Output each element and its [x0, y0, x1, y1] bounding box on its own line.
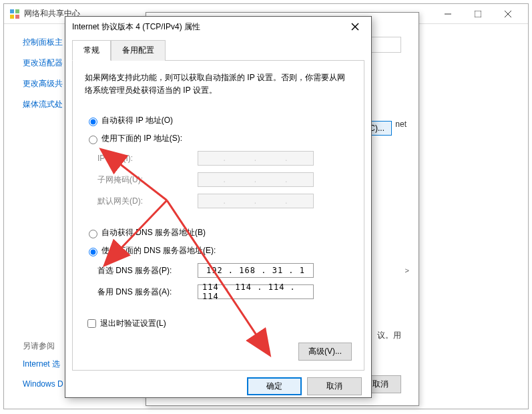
- seealso-label: 另请参阅: [23, 341, 63, 352]
- svg-rect-2: [10, 15, 14, 19]
- radio-ip-manual[interactable]: [89, 136, 97, 144]
- radio-dns-auto-row[interactable]: 自动获得 DNS 服务器地址(B): [85, 227, 351, 238]
- fg-body: 常规 备用配置 如果网络支持此功能，则可以获取自动指派的 IP 设置。否则，你需…: [65, 37, 371, 402]
- dns-group: 自动获得 DNS 服务器地址(B) 使用下面的 DNS 服务器地址(E): 首选…: [85, 226, 352, 306]
- preferred-dns-input[interactable]: 192 . 168 . 31 . 1: [198, 263, 314, 278]
- radio-dns-manual-row[interactable]: 使用下面的 DNS 服务器地址(E):: [85, 245, 351, 256]
- ok-button[interactable]: 确定: [247, 377, 302, 395]
- dialog-buttons: 确定 取消: [72, 377, 364, 395]
- validate-label: 退出时验证设置(L): [100, 318, 166, 329]
- svg-rect-0: [10, 9, 14, 13]
- tab-strip: 常规 备用配置: [72, 39, 364, 61]
- radio-dns-auto[interactable]: [89, 230, 97, 238]
- advanced-button[interactable]: 高级(V)...: [298, 343, 352, 361]
- radio-dns-manual[interactable]: [89, 248, 97, 256]
- svg-rect-3: [15, 15, 19, 19]
- fg-titlebar: Internet 协议版本 4 (TCP/IPv4) 属性: [65, 17, 371, 37]
- ip-address-input: ...: [198, 151, 314, 166]
- radio-ip-auto-label: 自动获得 IP 地址(O): [101, 115, 173, 126]
- preferred-dns-label: 首选 DNS 服务器(P):: [97, 265, 198, 276]
- ip-address-label: IP 地址(I):: [97, 153, 198, 164]
- scroll-indicator: >: [405, 266, 409, 274]
- link-windows-defender[interactable]: Windows D: [23, 379, 63, 389]
- alternate-dns-input[interactable]: 114 . 114 . 114 . 114: [198, 284, 314, 299]
- close-button[interactable]: [493, 5, 523, 23]
- mid-advice-text: 议。用: [377, 330, 401, 341]
- radio-dns-auto-label: 自动获得 DNS 服务器地址(B): [101, 227, 206, 238]
- validate-checkbox-row[interactable]: 退出时验证设置(L): [85, 317, 352, 330]
- close-icon[interactable]: [346, 17, 364, 36]
- description-text: 如果网络支持此功能，则可以获取自动指派的 IP 设置。否则，你需要从网络系统管理…: [85, 71, 352, 97]
- ip-group: 自动获得 IP 地址(O) 使用下面的 IP 地址(S): IP 地址(I): …: [85, 114, 352, 216]
- ipv4-properties-dialog: Internet 协议版本 4 (TCP/IPv4) 属性 常规 备用配置 如果…: [65, 16, 372, 398]
- tab-general[interactable]: 常规: [72, 40, 111, 61]
- radio-ip-auto-row[interactable]: 自动获得 IP 地址(O): [85, 115, 351, 126]
- cancel-button[interactable]: 取消: [307, 377, 362, 395]
- minimize-button[interactable]: [433, 5, 463, 23]
- radio-dns-manual-label: 使用下面的 DNS 服务器地址(E):: [101, 245, 216, 256]
- svg-rect-1: [15, 9, 19, 13]
- tab-content: 如果网络支持此功能，则可以获取自动指派的 IP 设置。否则，你需要从网络系统管理…: [72, 61, 364, 371]
- dns-fields: 首选 DNS 服务器(P): 192 . 168 . 31 . 1 备用 DNS…: [97, 263, 351, 299]
- mid-net-label: net: [395, 120, 407, 129]
- radio-ip-auto[interactable]: [89, 118, 97, 126]
- tab-alternate[interactable]: 备用配置: [111, 40, 166, 61]
- svg-rect-5: [475, 11, 481, 17]
- gateway-label: 默认网关(D):: [97, 196, 198, 207]
- validate-checkbox[interactable]: [87, 319, 96, 328]
- bg-seealso-section: 另请参阅 Internet 选 Windows D: [23, 341, 63, 398]
- gateway-input: ...: [198, 194, 314, 208]
- fg-title: Internet 协议版本 4 (TCP/IPv4) 属性: [72, 21, 346, 33]
- maximize-button[interactable]: [463, 5, 493, 23]
- subnet-mask-input: ...: [198, 172, 314, 187]
- radio-ip-manual-label: 使用下面的 IP 地址(S):: [101, 133, 182, 144]
- subnet-mask-label: 子网掩码(U):: [97, 174, 198, 186]
- network-icon: [9, 9, 20, 19]
- link-internet-options[interactable]: Internet 选: [23, 359, 63, 370]
- radio-ip-manual-row[interactable]: 使用下面的 IP 地址(S):: [85, 133, 351, 144]
- window-controls: [433, 5, 523, 23]
- ip-fields: IP 地址(I): ... 子网掩码(U): ... 默认网关(D): ...: [97, 151, 351, 208]
- alternate-dns-label: 备用 DNS 服务器(A):: [97, 286, 198, 298]
